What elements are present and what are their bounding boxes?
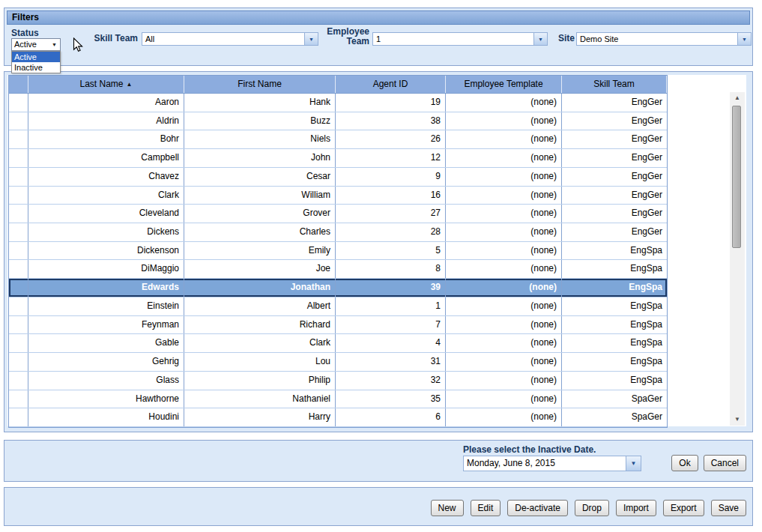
edit-button[interactable]: Edit xyxy=(471,500,501,516)
cell-template: (none) xyxy=(446,242,562,260)
row-selector-cell[interactable] xyxy=(9,260,28,278)
scroll-down-icon[interactable]: ▼ xyxy=(730,414,745,426)
cell-first-name: Harry xyxy=(184,408,336,426)
vertical-scrollbar[interactable]: ▲ ▼ xyxy=(730,92,745,426)
table-header-row: Last Name▲First NameAgent IDEmployee Tem… xyxy=(9,76,667,94)
employee-team-dropdown-button[interactable]: ▼ xyxy=(533,33,547,45)
site-dropdown-button[interactable]: ▼ xyxy=(737,33,751,45)
cell-skill-team: EngSpa xyxy=(562,297,667,315)
scrollbar-thumb[interactable] xyxy=(732,106,741,248)
row-selector-cell[interactable] xyxy=(9,112,28,130)
row-selector-cell[interactable] xyxy=(9,187,28,205)
export-button[interactable]: Export xyxy=(663,500,704,516)
row-selector-cell[interactable] xyxy=(9,390,28,408)
cell-first-name: Clark xyxy=(184,334,336,352)
table-row[interactable]: EinsteinAlbert1(none)EngSpa xyxy=(9,297,667,316)
row-selector-cell[interactable] xyxy=(9,223,28,241)
row-selector-cell[interactable] xyxy=(9,130,28,148)
row-selector-cell[interactable] xyxy=(9,168,28,186)
employee-team-combo[interactable]: 1 ▼ xyxy=(372,32,548,46)
status-select-value: Active xyxy=(14,40,37,49)
status-dropdown-list: ActiveInactive xyxy=(11,51,61,73)
row-selector-cell[interactable] xyxy=(9,279,28,297)
cell-skill-team: EngGer xyxy=(562,94,667,112)
row-selector-header-cell xyxy=(9,76,28,93)
column-header-employee-template[interactable]: Employee Template xyxy=(446,76,562,93)
row-selector-cell[interactable] xyxy=(9,94,28,112)
row-selector-cell[interactable] xyxy=(9,372,28,390)
row-selector-cell[interactable] xyxy=(9,297,28,315)
import-button[interactable]: Import xyxy=(616,500,656,516)
table-row[interactable]: AldrinBuzz38(none)EngGer xyxy=(9,112,667,131)
table-row[interactable]: HoudiniHarry6(none)SpaGer xyxy=(9,408,667,427)
new-button[interactable]: New xyxy=(431,500,464,516)
table-row[interactable]: FeynmanRichard7(none)EngSpa xyxy=(9,316,667,335)
ok-button[interactable]: Ok xyxy=(671,455,698,471)
filters-title: Filters xyxy=(12,12,39,22)
inactive-date-dropdown-button[interactable]: ▼ xyxy=(626,456,641,471)
cell-last-name: Aaron xyxy=(28,94,184,112)
row-selector-cell[interactable] xyxy=(9,353,28,371)
cell-first-name: Hank xyxy=(184,94,336,112)
de-activate-button[interactable]: De-activate xyxy=(507,500,568,516)
cell-agent-id: 4 xyxy=(336,334,446,352)
column-header-skill-team[interactable]: Skill Team xyxy=(562,76,667,93)
row-selector-cell[interactable] xyxy=(9,408,28,426)
drop-button[interactable]: Drop xyxy=(575,500,609,516)
site-value: Demo Site xyxy=(577,33,737,45)
row-selector-cell[interactable] xyxy=(9,205,28,223)
cell-skill-team: EngSpa xyxy=(562,316,667,334)
row-selector-cell[interactable] xyxy=(9,334,28,352)
table-row[interactable]: BohrNiels26(none)EngGer xyxy=(9,130,667,149)
cell-template: (none) xyxy=(446,408,562,426)
cell-skill-team: EngGer xyxy=(562,112,667,130)
row-selector-cell[interactable] xyxy=(9,149,28,167)
cell-last-name: Hawthorne xyxy=(28,390,184,408)
table-row[interactable]: ClevelandGrover27(none)EngGer xyxy=(9,205,667,223)
table-row[interactable]: EdwardsJonathan39(none)EngSpa xyxy=(9,279,667,297)
skill-team-combo[interactable]: All ▼ xyxy=(142,32,318,46)
row-selector-cell[interactable] xyxy=(9,316,28,334)
cell-template: (none) xyxy=(446,260,562,278)
table-row[interactable]: DickensonEmily5(none)EngSpa xyxy=(9,242,667,261)
status-option-inactive[interactable]: Inactive xyxy=(12,62,60,73)
table-row[interactable]: AaronHank19(none)EngGer xyxy=(9,94,667,112)
cell-template: (none) xyxy=(446,130,562,148)
cell-template: (none) xyxy=(446,372,562,390)
row-selector-cell[interactable] xyxy=(9,242,28,260)
table-row[interactable]: ChavezCesar9(none)EngGer xyxy=(9,168,667,187)
cell-template: (none) xyxy=(446,390,562,408)
table-row[interactable]: GableClark4(none)EngSpa xyxy=(9,334,667,353)
table-row[interactable]: CampbellJohn12(none)EngGer xyxy=(9,149,667,168)
cell-agent-id: 1 xyxy=(336,297,446,315)
status-select[interactable]: Active ▼ xyxy=(11,38,61,51)
cell-agent-id: 31 xyxy=(336,353,446,371)
cancel-button[interactable]: Cancel xyxy=(704,455,746,471)
status-option-active[interactable]: Active xyxy=(12,52,60,62)
cell-agent-id: 28 xyxy=(336,223,446,241)
table-row[interactable]: HawthorneNathaniel35(none)SpaGer xyxy=(9,390,667,409)
inactive-date-combo[interactable]: Monday, June 8, 2015 ▼ xyxy=(463,456,641,471)
column-header-first-name[interactable]: First Name xyxy=(184,76,336,93)
select-arrow-icon: ▼ xyxy=(52,42,57,47)
site-combo[interactable]: Demo Site ▼ xyxy=(576,32,752,46)
table-row[interactable]: GehrigLou31(none)EngSpa xyxy=(9,353,667,372)
table-row[interactable]: ClarkWilliam16(none)EngGer xyxy=(9,187,667,205)
table-row[interactable]: GlassPhilip32(none)EngSpa xyxy=(9,372,667,390)
save-button[interactable]: Save xyxy=(711,500,746,516)
table-row[interactable]: DiMaggioJoe8(none)EngSpa xyxy=(9,260,667,279)
table-row[interactable]: DickensCharles28(none)EngGer xyxy=(9,223,667,242)
scroll-up-icon[interactable]: ▲ xyxy=(730,92,745,104)
cell-template: (none) xyxy=(446,279,562,297)
column-header-label: Last Name xyxy=(80,79,124,89)
column-header-agent-id[interactable]: Agent ID xyxy=(336,76,446,93)
cell-skill-team: EngSpa xyxy=(562,334,667,352)
cell-agent-id: 7 xyxy=(336,316,446,334)
cell-first-name: Jonathan xyxy=(184,279,336,297)
cell-agent-id: 27 xyxy=(336,205,446,223)
skill-team-dropdown-button[interactable]: ▼ xyxy=(304,33,318,45)
column-header-last-name[interactable]: Last Name▲ xyxy=(28,76,184,93)
dropdown-arrow-icon: ▼ xyxy=(309,37,314,42)
cell-last-name: Clark xyxy=(28,187,184,205)
cell-first-name: Richard xyxy=(184,316,336,334)
